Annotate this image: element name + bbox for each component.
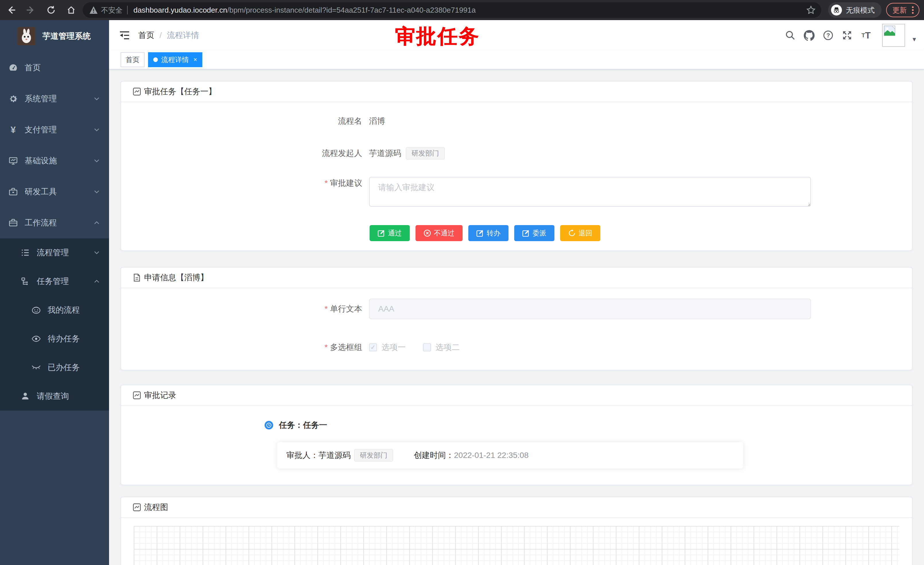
sidebar-item-task-mgmt[interactable]: 任务管理 (0, 267, 109, 296)
reload-icon[interactable] (42, 2, 60, 19)
sidebar-item-devtools[interactable]: 研发工具 (0, 176, 109, 207)
sidebar-item-workflow[interactable]: 工作流程 (0, 207, 109, 238)
home-icon[interactable] (63, 2, 80, 19)
initiator-value: 芋道源码 (369, 147, 401, 159)
sidebar-item-label: 基础设施 (25, 155, 93, 166)
create-time-value: 2022-01-21 22:35:08 (454, 451, 529, 460)
sidebar-item-system[interactable]: 系统管理 (0, 83, 109, 114)
eye-open-icon (32, 335, 41, 343)
task-title: 任务：任务一 (279, 420, 327, 431)
sidebar-item-label: 待办任务 (48, 333, 100, 344)
back-icon[interactable] (2, 2, 20, 19)
sidebar-item-process-mgmt[interactable]: 流程管理 (0, 238, 109, 267)
chart-square-icon (133, 87, 141, 96)
tags-view-bar: 首页 流程详情 × (109, 51, 924, 69)
suggest-row: 审批建议 (133, 177, 900, 207)
approve-task-card: 审批任务【任务一】 流程名 滔博 流程发起人 芋道源码 研发部门 (120, 81, 912, 251)
checkbox-option-2: 选项二 (423, 342, 460, 353)
sidebar-item-infra[interactable]: 基础设施 (0, 145, 109, 176)
delegate-button[interactable]: 委派 (514, 225, 554, 241)
browser-toolbar: 不安全 dashboard.yudao.iocoder.cn/bpm/proce… (0, 0, 924, 20)
kebab-menu-icon[interactable] (910, 6, 915, 14)
incognito-icon (831, 5, 842, 15)
chart-square-icon (133, 503, 141, 512)
rollback-icon (568, 229, 576, 237)
card-title: 审批任务【任务一】 (144, 86, 216, 97)
field-label: 流程发起人 (133, 147, 369, 159)
close-icon[interactable]: × (194, 56, 197, 63)
checkbox-unchecked-icon (423, 343, 431, 352)
sidebar-item-label: 系统管理 (25, 93, 93, 104)
sidebar-item-my-process[interactable]: 我的流程 (0, 296, 109, 325)
tab-process-detail[interactable]: 流程详情 × (148, 52, 202, 67)
process-diagram-card: 流程图 (120, 497, 912, 565)
chevron-down-icon (93, 96, 100, 102)
sidebar-item-label: 我的流程 (48, 305, 100, 316)
help-icon[interactable]: ? (821, 28, 836, 43)
workflow-submenu: 流程管理 任务管理 我的流程 待办任务 (0, 238, 109, 410)
bookmark-star-icon[interactable] (806, 6, 816, 15)
yen-icon: ¥ (9, 125, 18, 135)
github-icon[interactable] (802, 28, 817, 43)
sidebar-item-payment[interactable]: ¥ 支付管理 (0, 114, 109, 145)
approver-label: 审批人： (286, 450, 318, 461)
record-card: 审批人： 芋道源码 研发部门 创建时间： 2022-01-21 22:35:08 (277, 442, 743, 469)
approver-name: 芋道源码 (318, 450, 351, 461)
circle-close-icon (423, 229, 431, 237)
user-icon (21, 392, 30, 401)
app-title: 芋道管理系统 (42, 31, 91, 42)
sidebar-item-label: 工作流程 (25, 217, 93, 228)
card-title: 申请信息【滔博】 (144, 272, 208, 283)
chevron-up-icon (93, 278, 100, 284)
sidebar: 芋道管理系统 首页 系统管理 ¥ 支付管理 基础设施 (0, 20, 109, 565)
avatar[interactable] (882, 24, 905, 47)
update-label: 更新 (892, 6, 907, 15)
divider (127, 6, 128, 14)
header-actions: ? TT ▼ (783, 24, 917, 47)
sidebar-item-todo-tasks[interactable]: 待办任务 (0, 325, 109, 353)
transfer-button[interactable]: 转办 (468, 225, 508, 241)
card-body (121, 518, 912, 565)
breadcrumb-home[interactable]: 首页 (138, 30, 154, 41)
rollback-button[interactable]: 退回 (560, 225, 600, 241)
approve-actions: 通过 不通过 转办 委派 (370, 225, 900, 241)
gear-icon (9, 94, 18, 103)
sidebar-item-leave-query[interactable]: 请假查询 (0, 382, 109, 410)
sidebar-item-label: 首页 (25, 62, 100, 73)
checkbox-option-1: ✓ 选项一 (369, 342, 406, 353)
page-content: 审批任务【任务一】 流程名 滔博 流程发起人 芋道源码 研发部门 (109, 69, 924, 565)
app-logo[interactable]: 芋道管理系统 (0, 20, 109, 52)
process-name-row: 流程名 滔博 (133, 115, 900, 128)
suggest-textarea[interactable] (369, 177, 811, 207)
active-dot-icon (153, 57, 158, 62)
url-text[interactable]: dashboard.yudao.iocoder.cn/bpm/process-i… (134, 6, 802, 15)
browser-menu-update-button[interactable]: 更新 (886, 3, 920, 17)
chevron-down-icon (93, 189, 100, 195)
card-header: 申请信息【滔博】 (121, 267, 912, 288)
forward-icon[interactable] (22, 2, 40, 19)
chevron-down-icon (93, 158, 100, 164)
dashboard-icon (9, 63, 18, 72)
tab-home[interactable]: 首页 (120, 52, 145, 67)
sidebar-item-label: 任务管理 (37, 276, 93, 287)
broken-image-icon (884, 26, 895, 36)
single-line-text-input (369, 299, 811, 319)
field-label: 单行文本 (133, 303, 369, 315)
chart-square-icon (133, 391, 141, 400)
avatar-caret-icon[interactable]: ▼ (911, 36, 917, 43)
clock-icon (265, 421, 273, 430)
search-icon[interactable] (783, 28, 798, 43)
sidebar-item-label: 支付管理 (25, 124, 93, 135)
font-size-icon[interactable]: TT (859, 28, 873, 43)
svg-text:?: ? (826, 32, 830, 39)
sidebar-item-done-tasks[interactable]: 已办任务 (0, 353, 109, 382)
url-bar[interactable]: 不安全 dashboard.yudao.iocoder.cn/bpm/proce… (82, 2, 821, 18)
bpmn-canvas[interactable] (134, 526, 899, 565)
checkbox-group: ✓ 选项一 选项二 (369, 342, 460, 353)
fullscreen-icon[interactable] (840, 28, 855, 43)
chevron-up-icon (93, 219, 100, 226)
approve-button[interactable]: 通过 (370, 225, 410, 241)
sidebar-item-home[interactable]: 首页 (0, 52, 109, 83)
reject-button[interactable]: 不通过 (416, 225, 463, 241)
sidebar-fold-icon[interactable] (118, 29, 131, 42)
